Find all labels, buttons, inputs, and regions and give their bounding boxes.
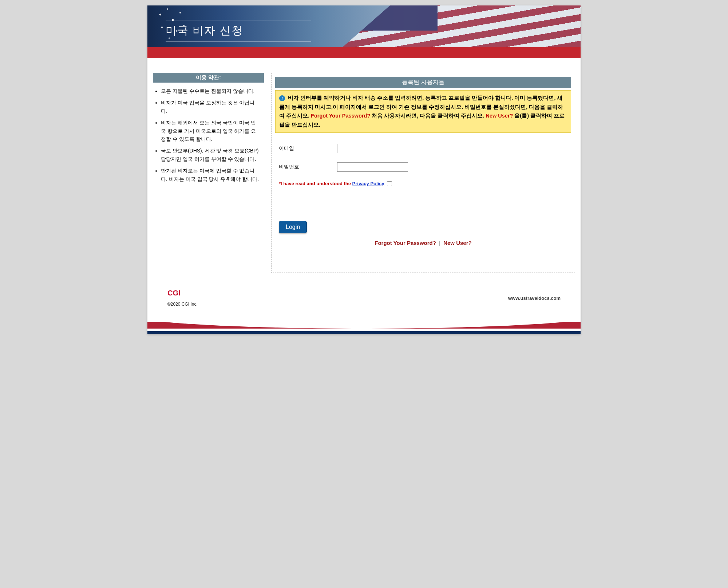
terms-list: 모든 지불된 수수료는 환불되지 않습니다. 비자가 미국 입국을 보장하는 것… (153, 83, 264, 183)
cgi-logo: CGI (167, 289, 198, 297)
page-title: 미국 비자 신청 (166, 20, 311, 41)
content-area: 이용 약관: 모든 지불된 수수료는 환불되지 않습니다. 비자가 미국 입국을… (147, 58, 581, 284)
footer-left: CGI ©2020 CGI Inc. (167, 289, 198, 307)
header-banner: 미국 비자 신청 (147, 5, 581, 47)
forgot-password-link[interactable]: Forgot Your Password? (375, 240, 436, 246)
info-icon: i (279, 95, 285, 101)
terms-item: 국토 안보부(DHS), 세관 및 국경 보호(CBP) 담당자만 입국 허가를… (161, 147, 261, 163)
info-message: i 비자 인터뷰를 예약하거나 비자 배송 주소를 입력하려면, 등록하고 프로… (275, 90, 571, 133)
login-form: 이메일 비밀번호 *I have read and understood the… (275, 133, 571, 250)
terms-item: 모든 지불된 수수료는 환불되지 않습니다. (161, 87, 261, 95)
link-separator: | (439, 240, 440, 246)
password-row: 비밀번호 (279, 162, 567, 172)
new-user-link[interactable]: New User? (443, 240, 472, 246)
terms-item: 비자가 미국 입국을 보장하는 것은 아닙니다. (161, 99, 261, 115)
banner-flag-graphic (343, 5, 581, 47)
footer-url: www.ustraveldocs.com (508, 295, 561, 301)
page-container: 미국 비자 신청 이용 약관: 모든 지불된 수수료는 환불되지 않습니다. 비… (147, 5, 581, 334)
red-divider-bar (147, 47, 581, 58)
terms-item: 만기된 비자로는 미국에 입국할 수 없습니다. 비자는 미국 입국 당시 유효… (161, 167, 261, 183)
copyright-text: ©2020 CGI Inc. (167, 302, 198, 307)
terms-header: 이용 약관: (153, 73, 264, 83)
password-label: 비밀번호 (279, 164, 337, 170)
email-label: 이메일 (279, 145, 337, 152)
login-panel: 등록된 사용자들 i 비자 인터뷰를 예약하거나 비자 배송 주소를 입력하려면… (271, 73, 575, 273)
password-input[interactable] (337, 162, 408, 172)
info-text-post1: 을(를) (514, 113, 530, 119)
footer: CGI ©2020 CGI Inc. www.ustraveldocs.com (147, 284, 581, 314)
info-newuser-link-text: New User? (486, 113, 513, 119)
email-input[interactable] (337, 144, 408, 153)
privacy-text: I have read and understood the (281, 181, 352, 186)
panel-header: 등록된 사용자들 (275, 77, 571, 88)
privacy-row: *I have read and understood the Privacy … (279, 181, 567, 187)
auth-links-row: Forgot Your Password? | New User? (279, 240, 567, 246)
footer-wave-graphic (147, 314, 581, 334)
email-row: 이메일 (279, 144, 567, 153)
login-button[interactable]: Login (279, 221, 307, 233)
info-text-mid: 처음 사용자시라면, 다음을 클릭하여 주십시오. (372, 113, 486, 119)
info-forgot-link-text: Forgot Your Password? (311, 113, 370, 119)
terms-item: 비자는 해외에서 오는 외국 국민이 미국 입국 항으로 가서 미국으로의 입국… (161, 119, 261, 143)
privacy-checkbox[interactable] (387, 181, 392, 186)
privacy-policy-link[interactable]: Privacy Policy (352, 181, 384, 186)
sidebar: 이용 약관: 모든 지불된 수수료는 환불되지 않습니다. 비자가 미국 입국을… (153, 73, 264, 273)
